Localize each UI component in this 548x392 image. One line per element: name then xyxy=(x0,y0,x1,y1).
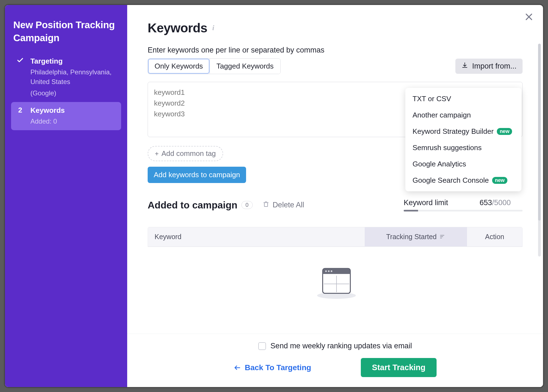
added-heading: Added to campaign 0 xyxy=(148,200,253,211)
weekly-updates-label: Send me weekly ranking updates via email xyxy=(270,342,412,350)
step-targeting-engine: (Google) xyxy=(30,88,116,98)
tab-tagged-keywords[interactable]: Tagged Keywords xyxy=(210,59,280,74)
weekly-updates-checkbox[interactable] xyxy=(258,342,266,350)
import-keyword-strategy-builder[interactable]: Keyword Strategy Builder new xyxy=(405,123,521,140)
step-targeting[interactable]: Targeting Philadelphia, Pennsylvania, Un… xyxy=(11,53,121,102)
step-targeting-location: Philadelphia, Pennsylvania, United State… xyxy=(30,67,116,87)
step-label: Targeting xyxy=(30,57,116,66)
step-keywords-count: Added: 0 xyxy=(30,117,116,126)
trash-icon xyxy=(263,200,269,210)
new-badge: new xyxy=(497,128,512,135)
helper-text: Enter keywords one per line or separated… xyxy=(148,46,523,54)
limit-label: Keyword limit xyxy=(404,198,448,207)
limit-progress-bar xyxy=(404,210,523,211)
added-count-pill: 0 xyxy=(241,201,253,209)
wizard-modal: New Position Tracking Campaign Targeting… xyxy=(5,5,543,387)
import-google-analytics[interactable]: Google Analytics xyxy=(405,156,521,172)
start-tracking-button[interactable]: Start Tracking xyxy=(361,358,436,377)
keyword-limit: Keyword limit 653/5000 xyxy=(404,198,523,211)
main-panel: Keywords i Enter keywords one per line o… xyxy=(127,5,543,387)
col-tracking-started[interactable]: Tracking Started xyxy=(365,227,467,246)
svg-rect-2 xyxy=(264,203,268,207)
keywords-table: Keyword Tracking Started Action xyxy=(148,227,523,247)
table-header: Keyword Tracking Started Action xyxy=(148,227,522,247)
limit-used: 653 xyxy=(480,198,492,207)
new-badge: new xyxy=(492,177,507,184)
empty-state-illustration xyxy=(148,263,523,299)
scroll-thumb[interactable] xyxy=(538,44,541,221)
svg-point-10 xyxy=(325,270,327,272)
import-semrush-suggestions[interactable]: Semrush suggestions xyxy=(405,140,521,156)
svg-point-12 xyxy=(331,270,332,272)
wizard-title: New Position Tracking Campaign xyxy=(13,18,119,45)
sort-desc-icon xyxy=(440,233,445,241)
import-txt-csv[interactable]: TXT or CSV xyxy=(405,91,521,107)
tab-only-keywords[interactable]: Only Keywords xyxy=(148,59,210,74)
page-title: Keywords i xyxy=(148,20,523,35)
col-action: Action xyxy=(467,227,522,246)
limit-progress-fill xyxy=(404,210,418,211)
import-dropdown: TXT or CSV Another campaign Keyword Stra… xyxy=(405,88,521,191)
svg-point-11 xyxy=(328,270,330,272)
info-icon[interactable]: i xyxy=(212,24,214,32)
check-icon xyxy=(16,57,24,98)
wizard-sidebar: New Position Tracking Campaign Targeting… xyxy=(5,5,127,387)
limit-total: /5000 xyxy=(492,198,511,207)
import-google-search-console[interactable]: Google Search Console new xyxy=(405,172,521,189)
import-from-button[interactable]: Import from... xyxy=(455,59,523,74)
plus-icon: + xyxy=(155,150,159,158)
col-keyword[interactable]: Keyword xyxy=(148,227,365,246)
back-to-targeting-link[interactable]: Back To Targeting xyxy=(234,363,311,372)
step-keywords[interactable]: 2 Keywords Added: 0 xyxy=(11,102,121,130)
download-icon xyxy=(461,62,468,70)
delete-all-button[interactable]: Delete All xyxy=(263,200,304,210)
svg-rect-9 xyxy=(323,272,350,274)
step-number: 2 xyxy=(16,106,24,127)
add-keywords-button[interactable]: Add keywords to campaign xyxy=(148,167,246,183)
scrollbar[interactable] xyxy=(538,44,541,257)
keyword-mode-tabs: Only Keywords Tagged Keywords xyxy=(148,58,281,74)
step-label: Keywords xyxy=(30,106,116,115)
import-another-campaign[interactable]: Another campaign xyxy=(405,107,521,123)
add-common-tag-button[interactable]: + Add common tag xyxy=(148,146,223,161)
wizard-footer: Send me weekly ranking updates via email… xyxy=(127,334,543,387)
